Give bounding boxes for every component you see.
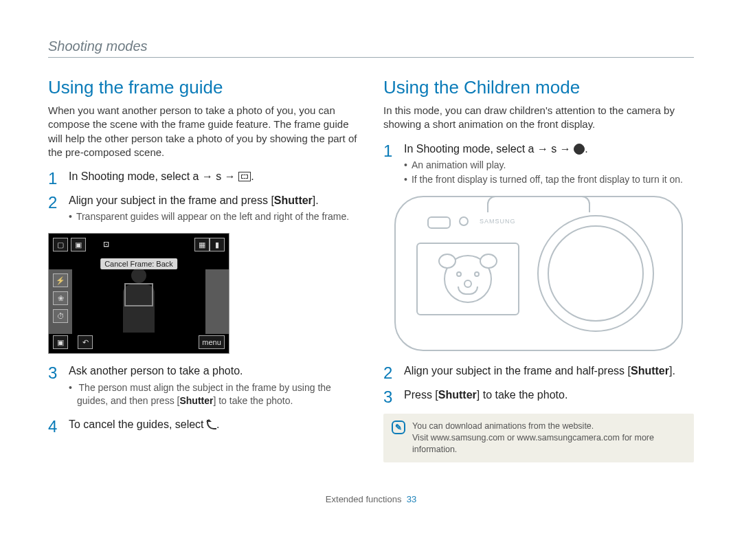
bullet: Transparent guides will appear on the le… [69,210,359,223]
section-header: Shooting modes [48,38,694,58]
page-number: 33 [407,494,416,504]
lcd-battery-icon: ▮ [210,238,225,251]
step-number: 2 [383,363,404,383]
right-step-3: 3 Press [Shutter] to take the photo. [383,388,694,407]
step-title: Align your subject in the frame and pres… [69,193,359,208]
step-number: 3 [48,363,69,412]
left-step-3: 3 Ask another person to take a photo. Th… [48,363,359,412]
section-title: Shooting modes [48,38,148,54]
bullet: An animation will play. [404,159,694,172]
lcd-guide-right [205,269,229,334]
step-title: Align your subject in the frame and half… [404,363,694,379]
two-column-layout: Using the frame guide When you want anot… [48,77,694,462]
left-heading: Using the frame guide [48,77,359,98]
lcd-guide-left [49,269,72,334]
right-heading: Using the Children mode [383,77,694,98]
camera-lcd-screenshot: ▢ ▣ ⊡ ▦ ▮ ⚡ ❀ ⏱ ▣ ↶ menu Cancel Frame: B… [48,233,229,354]
lcd-focus-frame [124,283,153,306]
bullet: If the front display is turned off, tap … [404,173,694,186]
left-step-1: 1 In Shooting mode, select a → s → . [48,169,359,189]
left-intro: When you want another person to take a p… [48,104,359,159]
back-icon [207,420,216,429]
lcd-top-icon: ⊡ [98,238,113,251]
step-number: 4 [48,417,69,437]
step-title: Ask another person to take a photo. [69,363,359,379]
info-note: ✎ You can download animations from the w… [383,414,694,462]
step-bullets: Transparent guides will appear on the le… [69,210,359,223]
camera-top-hump [487,196,590,212]
camera-lens [537,215,654,332]
right-intro: In this mode, you can draw children's at… [383,104,694,132]
info-icon: ✎ [392,421,405,434]
left-column: Using the frame guide When you want anot… [48,77,359,462]
note-line: You can download animations from the web… [412,421,686,432]
right-step-2: 2 Align your subject in the frame and ha… [383,363,694,383]
footer-section: Extended functions [326,494,402,504]
camera-sensor [459,216,469,226]
camera-flash [427,216,451,229]
step-title: To cancel the guides, select . [69,417,359,432]
step-number: 1 [48,169,69,189]
lcd-storage-icon: ▦ [194,238,210,251]
step-number: 3 [383,388,404,407]
step-title: In Shooting mode, select a → s → . [404,142,694,157]
right-column: Using the Children mode In this mode, yo… [383,77,694,462]
frame-guide-icon [238,172,251,181]
step-number: 1 [383,142,404,192]
camera-brand-logo: SAMSUNG [480,218,507,225]
step-bullets: The person must align the subject in the… [69,381,359,407]
step-title: In Shooting mode, select a → s → . [69,169,359,184]
right-step-1: 1 In Shooting mode, select a → s → . An … [383,142,694,192]
lcd-back-icon: ↶ [78,335,93,349]
note-line: Visit www.samsung.com or www.samsungcame… [412,432,686,456]
step-title: Press [Shutter] to take the photo. [404,388,694,403]
camera-illustration: SAMSUNG [383,196,694,351]
lcd-frame-icon: ▣ [71,238,86,251]
lcd-menu-button: menu [199,335,225,349]
page-root: Shooting modes Using the frame guide Whe… [0,0,742,504]
bullet: The person must align the subject in the… [69,381,359,407]
left-step-2: 2 Align your subject in the frame and pr… [48,193,359,229]
camera-front-display [416,243,519,315]
left-step-4: 4 To cancel the guides, select . [48,417,359,437]
step-number: 2 [48,193,69,229]
page-footer: Extended functions 33 [48,494,694,504]
lcd-mode-icon: ▢ [53,238,68,251]
clown-animation-icon [444,255,492,303]
lcd-display-icon: ▣ [53,335,68,349]
clown-mode-icon [574,144,585,155]
step-bullets: An animation will play. If the front dis… [404,159,694,186]
